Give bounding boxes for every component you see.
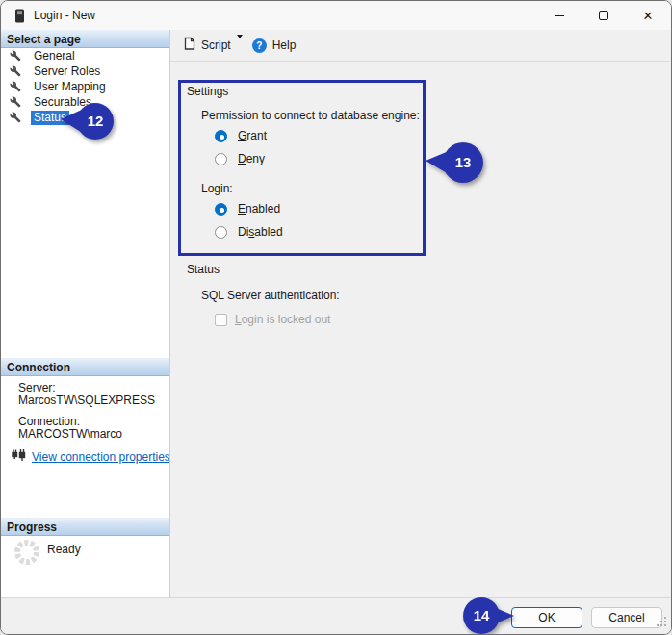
maximize-icon	[599, 11, 608, 20]
sidebar-item-general[interactable]: General	[1, 48, 169, 64]
minimize-button[interactable]	[537, 1, 582, 30]
wrench-icon	[10, 96, 21, 108]
disabled-radio[interactable]	[215, 226, 227, 239]
wrench-icon	[10, 112, 21, 123]
progress-status: Ready	[47, 543, 81, 556]
cancel-button[interactable]: Cancel	[591, 607, 662, 628]
sidebar-item-label: User Mapping	[31, 80, 109, 94]
progress-header: Progress	[1, 518, 169, 536]
sidebar-item-label: General	[31, 49, 78, 64]
toolbar: Script ? Help	[170, 30, 672, 62]
maximize-button[interactable]	[582, 1, 626, 30]
disabled-label[interactable]: Disabled	[238, 225, 283, 239]
wrench-icon	[10, 50, 21, 62]
view-connection-properties-link[interactable]: View connection properties	[32, 450, 170, 464]
minimize-icon	[555, 15, 564, 16]
script-dropdown-button[interactable]	[235, 38, 248, 52]
locked-out-checkbox	[215, 314, 227, 326]
app-icon	[14, 9, 26, 26]
grant-radio[interactable]	[215, 130, 227, 142]
svg-text:14: 14	[474, 607, 490, 623]
script-button[interactable]: Script	[178, 34, 235, 57]
connection-header: Connection	[1, 358, 169, 376]
grant-radio-row: Grant	[215, 129, 267, 142]
ok-button[interactable]: OK	[511, 607, 582, 628]
enabled-radio[interactable]	[215, 203, 227, 216]
callout-13: 13	[423, 139, 486, 187]
chevron-down-icon	[237, 35, 243, 52]
select-a-page-header: Select a page	[1, 30, 169, 48]
close-icon: ✕	[643, 10, 654, 22]
settings-group-label: Settings	[187, 85, 228, 98]
grant-label[interactable]: Grant	[238, 129, 267, 142]
deny-label[interactable]: Deny	[238, 152, 265, 165]
enabled-label[interactable]: Enabled	[238, 202, 280, 216]
titlebar: Login - New ✕	[1, 1, 671, 30]
server-value: MarcosTW\SQLEXPRESS	[18, 394, 155, 407]
sidebar-item-user-mapping[interactable]: User Mapping	[1, 79, 169, 94]
wrench-icon	[10, 65, 21, 77]
connection-properties-icon	[11, 448, 27, 467]
help-icon: ?	[252, 38, 267, 53]
deny-radio[interactable]	[215, 153, 227, 165]
callout-14: 14	[455, 596, 517, 635]
window-title: Login - New	[34, 1, 95, 30]
callout-12: 12	[57, 99, 116, 143]
login-label: Login:	[201, 182, 233, 195]
deny-radio-row: Deny	[215, 152, 265, 165]
status-group-label: Status	[187, 263, 220, 276]
svg-text:12: 12	[88, 113, 104, 129]
disabled-radio-row: Disabled	[215, 225, 283, 239]
sidebar-item-server-roles[interactable]: Server Roles	[1, 64, 169, 79]
script-button-label: Script	[201, 38, 231, 52]
enabled-radio-row: Enabled	[215, 202, 280, 216]
wrench-icon	[10, 81, 21, 92]
sidebar-item-label: Server Roles	[31, 64, 103, 79]
resize-grip[interactable]	[657, 617, 667, 630]
spinner-icon	[12, 537, 42, 571]
help-button-label: Help	[272, 38, 297, 52]
permission-label: Permission to connect to database engine…	[201, 109, 420, 122]
locked-out-label: Login is locked out	[235, 313, 330, 326]
connection-value: MARCOSTW\marco	[18, 428, 122, 441]
close-button[interactable]: ✕	[626, 1, 670, 30]
help-button[interactable]: ? Help	[248, 36, 300, 56]
login-new-dialog: Login - New ✕ Select a page General Serv…	[0, 0, 672, 635]
footer-bar: OK Cancel	[1, 597, 671, 634]
sql-auth-label: SQL Server authentication:	[201, 289, 340, 302]
locked-out-row: Login is locked out	[215, 313, 330, 326]
script-icon	[182, 37, 195, 54]
svg-text:13: 13	[455, 154, 472, 170]
